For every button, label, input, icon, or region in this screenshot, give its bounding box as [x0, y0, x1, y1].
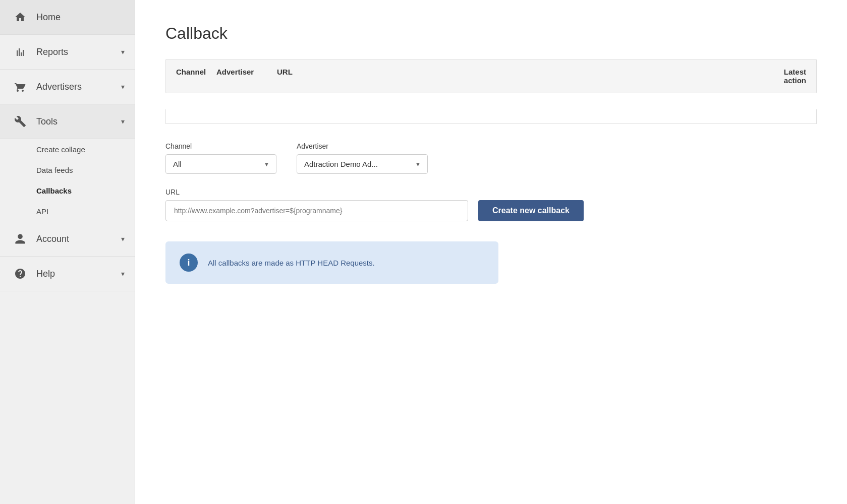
sidebar-item-advertisers-label: Advertisers: [36, 82, 82, 92]
info-box: i All callbacks are made as HTTP HEAD Re…: [165, 241, 498, 284]
create-callback-button[interactable]: Create new callback: [478, 200, 584, 221]
url-label: URL: [165, 188, 468, 196]
channel-select-wrapper: All: [165, 154, 276, 174]
sidebar-item-home[interactable]: Home: [0, 0, 135, 35]
table-cell-url: [267, 109, 756, 123]
table-cell-latest-action: [756, 109, 816, 123]
sidebar-subitem-data-feeds[interactable]: Data feeds: [0, 160, 135, 180]
main-content: Callback Channel Advertiser URL Latest a…: [135, 0, 847, 504]
account-icon: [12, 233, 28, 245]
advertiser-select[interactable]: Adtraction Demo Ad...: [297, 154, 428, 174]
chevron-down-icon: ▾: [121, 83, 125, 91]
advertiser-label: Advertiser: [297, 142, 428, 150]
sidebar: Home Reports ▾ Advertisers ▾ Tools ▾: [0, 0, 135, 504]
sidebar-subitem-create-collage[interactable]: Create collage: [0, 139, 135, 160]
channel-select[interactable]: All: [165, 154, 276, 174]
tools-subitems: Create collage Data feeds Callbacks API: [0, 139, 135, 222]
table-header-url: URL: [267, 59, 756, 93]
sidebar-item-tools-label: Tools: [36, 116, 58, 127]
chevron-down-icon: ▾: [121, 48, 125, 56]
table-row: [165, 109, 817, 124]
callback-form: Channel All Advertiser Adtraction Demo A…: [165, 142, 817, 221]
table-cell-channel: [166, 109, 206, 123]
url-row: URL Create new callback: [165, 188, 817, 221]
sidebar-item-help-label: Help: [36, 269, 55, 279]
advertisers-icon: [12, 81, 28, 93]
channel-form-group: Channel All: [165, 142, 276, 174]
chevron-down-icon: ▾: [121, 117, 125, 125]
chevron-down-icon: ▾: [121, 270, 125, 278]
sidebar-item-tools[interactable]: Tools ▾: [0, 104, 135, 139]
sidebar-item-home-label: Home: [36, 12, 61, 23]
home-icon: [12, 11, 28, 23]
tools-icon: [12, 115, 28, 128]
info-icon: i: [180, 254, 198, 272]
help-icon: [12, 268, 28, 280]
advertiser-form-group: Advertiser Adtraction Demo Ad...: [297, 142, 428, 174]
sidebar-item-account-label: Account: [36, 234, 69, 244]
url-input[interactable]: [165, 200, 468, 221]
table-header-advertiser: Advertiser: [206, 59, 267, 93]
info-box-text: All callbacks are made as HTTP HEAD Requ…: [208, 259, 375, 267]
channel-label: Channel: [165, 142, 276, 150]
sidebar-item-account[interactable]: Account ▾: [0, 222, 135, 257]
table-header-channel: Channel: [166, 59, 206, 93]
callback-table-header: Channel Advertiser URL Latest action: [165, 59, 817, 93]
advertiser-select-wrapper: Adtraction Demo Ad...: [297, 154, 428, 174]
chevron-down-icon: ▾: [121, 235, 125, 243]
reports-icon: [12, 46, 28, 58]
sidebar-item-help[interactable]: Help ▾: [0, 257, 135, 291]
table-cell-advertiser: [206, 109, 267, 123]
form-row-selects: Channel All Advertiser Adtraction Demo A…: [165, 142, 817, 174]
page-title: Callback: [165, 24, 817, 43]
sidebar-item-reports[interactable]: Reports ▾: [0, 35, 135, 70]
sidebar-subitem-api[interactable]: API: [0, 201, 135, 222]
url-form-group: URL: [165, 188, 468, 221]
sidebar-subitem-callbacks[interactable]: Callbacks: [0, 180, 135, 201]
sidebar-item-advertisers[interactable]: Advertisers ▾: [0, 70, 135, 104]
sidebar-item-reports-label: Reports: [36, 47, 68, 57]
table-header-latest-action: Latest action: [756, 59, 816, 93]
